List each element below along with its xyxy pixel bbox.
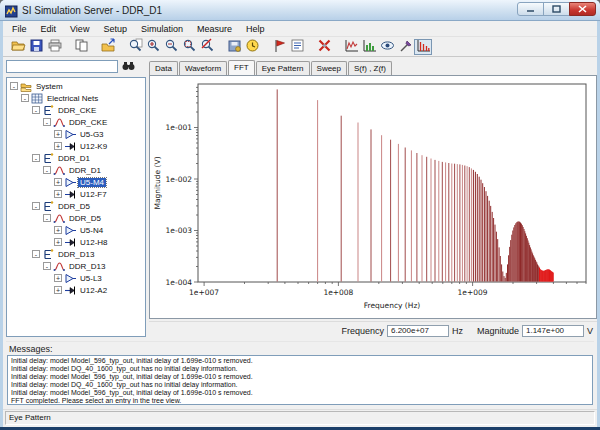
print-button[interactable] [45,39,63,55]
menu-simulation[interactable]: Simulation [134,22,190,36]
menu-measure[interactable]: Measure [190,22,239,36]
expand-icon[interactable]: + [54,226,62,234]
stop-button[interactable] [315,39,333,55]
fft-button[interactable] [414,39,432,55]
zoom-window-button[interactable] [180,39,198,55]
clock-icon [245,38,260,57]
messages-log[interactable]: Initial delay: model Model_596_typ_out, … [7,355,593,405]
fft-icon [416,38,431,57]
tab-waveform[interactable]: Waveform [179,61,227,76]
tab-data[interactable]: Data [149,61,178,76]
schematic-icon [53,117,65,128]
tree-item-ddr-d13[interactable]: -DDR_D13 [7,248,145,260]
expand-icon[interactable]: + [54,286,62,294]
tree-item-ddr-cke[interactable]: -DDR_CKE [7,116,145,128]
magnitude-unit: V [587,326,593,336]
copy-button[interactable] [72,39,90,55]
tab-s-f-z-f-[interactable]: S(f) , Z(f) [348,61,392,76]
expand-icon[interactable]: + [54,178,62,186]
collapse-icon[interactable]: - [43,262,51,270]
collapse-icon[interactable]: - [32,250,40,258]
title-bar[interactable]: SI Simulation Server - DDR_D1 [0,0,600,21]
collapse-icon[interactable]: - [10,82,18,90]
eye-button[interactable] [378,39,396,55]
stop-icon [317,38,332,57]
expand-icon[interactable]: + [54,142,62,150]
clock-button[interactable] [243,39,261,55]
expand-icon[interactable]: + [54,274,62,282]
magnitude-label: Magnitude [477,326,519,336]
tree-item-u12-h8[interactable]: +U12-H8 [7,236,145,248]
sweep-button[interactable] [360,39,378,55]
tree-item-ddr-d5[interactable]: -DDR_D5 [7,200,145,212]
tree-search-input[interactable] [6,60,118,73]
export-button[interactable] [99,39,117,55]
tree-item-electrical-nets[interactable]: -Electrical Nets [7,92,145,104]
tab-eye-pattern[interactable]: Eye Pattern [256,61,310,76]
tab-sweep[interactable]: Sweep [311,61,347,76]
svg-text:Frequency (Hz): Frequency (Hz) [364,301,421,310]
tree-item-system[interactable]: -System [7,80,145,92]
expand-icon[interactable]: + [54,130,62,138]
tree-item-ddr-d1[interactable]: -DDR_D1 [7,152,145,164]
collapse-icon[interactable]: - [32,154,40,162]
frequency-label: Frequency [341,326,384,336]
maximize-button[interactable] [543,2,570,16]
save-button[interactable] [27,39,45,55]
expand-icon[interactable]: + [54,190,62,198]
zoom-reset-icon [200,38,215,57]
tree-item-u5-l3[interactable]: +U5-L3 [7,272,145,284]
tree-item-ddr-d5[interactable]: -DDR_D5 [7,212,145,224]
run-button[interactable] [270,39,288,55]
magnitude-value: 1.147e+00 [522,325,584,337]
close-button[interactable] [569,2,596,16]
tree-item-u5-g3[interactable]: +U5-G3 [7,128,145,140]
tab-fft[interactable]: FFT [228,60,255,75]
batch-button[interactable] [288,39,306,55]
collapse-icon[interactable]: - [43,166,51,174]
net-icon [42,249,54,260]
tree-item-u12-f7[interactable]: +U12-F7 [7,188,145,200]
zoom-out-icon [164,38,179,57]
tree-item-ddr-d1[interactable]: -DDR_D1 [7,164,145,176]
copy-icon [74,38,89,57]
expand-icon[interactable]: + [54,238,62,246]
collapse-icon[interactable]: - [32,202,40,210]
zoom-out-button[interactable] [162,39,180,55]
collapse-icon[interactable]: - [43,118,51,126]
menu-help[interactable]: Help [239,22,272,36]
frequency-unit: Hz [452,326,463,336]
tree-item-label: U12-A2 [78,286,109,295]
zoom-doc-button[interactable] [126,39,144,55]
tree-item-ddr-cke[interactable]: -DDR_CKE [7,104,145,116]
messages-panel: Messages: Initial delay: model Model_596… [6,341,594,408]
open-button[interactable] [9,39,27,55]
zoom-in-button[interactable] [144,39,162,55]
tree-item-u5-m4[interactable]: +U5-M4 [7,176,145,188]
collapse-icon[interactable]: - [21,94,29,102]
menu-view[interactable]: View [63,22,96,36]
collapse-icon[interactable]: - [32,106,40,114]
app-icon [5,4,18,17]
menu-edit[interactable]: Edit [34,22,64,36]
tree-item-label: U5-L3 [78,274,104,283]
collapse-icon[interactable]: - [43,214,51,222]
tree-item-label: DDR_D5 [67,214,103,223]
tree-item-u12-k9[interactable]: +U12-K9 [7,140,145,152]
probe-button[interactable] [396,39,414,55]
minimize-button[interactable] [517,2,544,16]
find-button[interactable] [118,59,138,74]
menu-file[interactable]: File [5,22,34,36]
receiver-icon [64,141,76,152]
waveform-button[interactable] [342,39,360,55]
message-line: Initial delay: model DQ_40_1600_typ_out … [11,381,589,389]
fft-chart-panel[interactable]: 1e+0071e+0081e+0091e-0011e-0021e-0031e-0… [149,75,597,319]
zoom-reset-button[interactable] [198,39,216,55]
messages-label: Messages: [6,342,594,355]
save-results-button[interactable] [225,39,243,55]
menu-setup[interactable]: Setup [96,22,134,36]
tree-item-ddr-d13[interactable]: -DDR_D13 [7,260,145,272]
tree-item-u12-a2[interactable]: +U12-A2 [7,284,145,296]
tree-item-u5-n4[interactable]: +U5-N4 [7,224,145,236]
net-icon [42,105,54,116]
